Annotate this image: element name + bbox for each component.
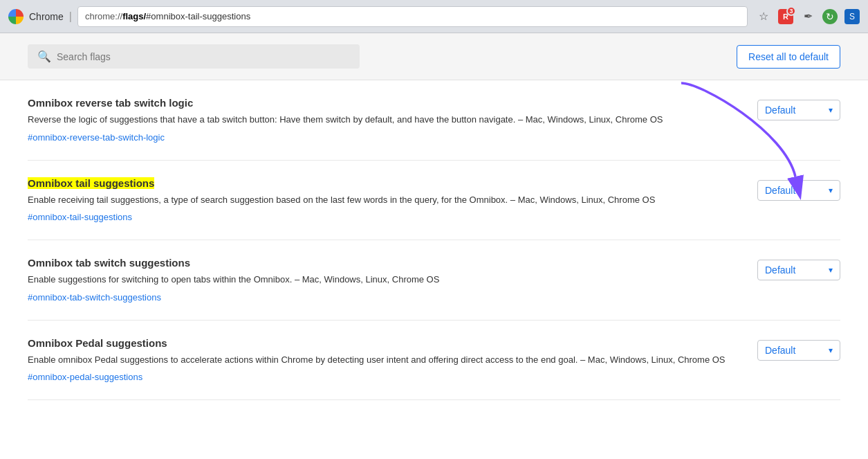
url-hash: #omnibox-tail-suggestions xyxy=(146,11,250,21)
flag-info: Omnibox tail suggestions Enable receivin… xyxy=(28,177,744,224)
address-bar[interactable]: chrome://flags/#omnibox-tail-suggestions xyxy=(77,6,748,27)
dropdown-value: Default xyxy=(765,345,795,356)
page-content: 🔍 Reset all to default Omnibox reverse t… xyxy=(0,33,868,459)
dropdown-value: Default xyxy=(765,105,795,116)
bookmark-icon[interactable]: ☆ xyxy=(756,9,771,24)
flag-title: Omnibox reverse tab switch logic xyxy=(28,97,744,109)
flag-control: Default ▾ xyxy=(757,100,840,120)
chevron-down-icon: ▾ xyxy=(829,345,833,355)
flag-info: Omnibox Pedal suggestions Enable omnibox… xyxy=(28,337,744,384)
reset-all-button[interactable]: Reset all to default xyxy=(737,45,840,69)
dropdown-value: Default xyxy=(765,185,795,196)
flag-dropdown[interactable]: Default ▾ xyxy=(757,260,840,280)
chevron-down-icon: ▾ xyxy=(829,105,833,115)
flag-info: Omnibox reverse tab switch logic Reverse… xyxy=(28,97,744,143)
search-input[interactable] xyxy=(57,51,350,62)
flag-link[interactable]: #omnibox-pedal-suggestions xyxy=(28,372,142,382)
browser-toolbar: Chrome | chrome://flags/#omnibox-tail-su… xyxy=(0,0,868,33)
flag-title: Omnibox tab switch suggestions xyxy=(28,257,744,269)
flag-title: Omnibox tail suggestions xyxy=(28,177,744,189)
extension-green-icon[interactable]: ↻ xyxy=(822,9,838,24)
flag-link[interactable]: #omnibox-reverse-tab-switch-logic xyxy=(28,132,165,143)
flag-item-tab-switch-suggestions: Omnibox tab switch suggestions Enable su… xyxy=(28,240,840,321)
chevron-down-icon: ▾ xyxy=(829,265,833,275)
chevron-down-icon: ▾ xyxy=(829,186,833,195)
highlighted-title: Omnibox tail suggestions xyxy=(28,177,154,189)
url-protocol: chrome:// xyxy=(85,11,122,21)
eyedropper-icon[interactable]: ✒ xyxy=(800,9,815,24)
search-icon: 🔍 xyxy=(37,50,51,63)
flag-desc: Reverse the logic of suggestions that ha… xyxy=(28,113,744,127)
flag-dropdown[interactable]: Default ▾ xyxy=(757,340,840,361)
flag-link[interactable]: #omnibox-tail-suggestions xyxy=(28,212,132,222)
extension-badge: 3 xyxy=(786,6,796,16)
chrome-label: Chrome xyxy=(29,11,64,22)
extension-blue-icon[interactable]: S xyxy=(844,9,860,24)
flags-list: Omnibox reverse tab switch logic Reverse… xyxy=(0,80,868,400)
flag-control: Default ▾ xyxy=(757,260,840,280)
search-area: 🔍 Reset all to default xyxy=(0,33,868,80)
flag-item-tail-suggestions: Omnibox tail suggestions Enable receivin… xyxy=(28,161,840,241)
flag-dropdown[interactable]: Default ▾ xyxy=(757,100,840,120)
flag-dropdown[interactable]: Default ▾ xyxy=(757,180,840,201)
chrome-logo-icon xyxy=(8,9,24,24)
extension-red-icon[interactable]: R 3 xyxy=(778,9,793,24)
flag-desc: Enable receiving tail suggestions, a typ… xyxy=(28,193,744,207)
flag-desc: Enable suggestions for switching to open… xyxy=(28,273,744,287)
flag-link[interactable]: #omnibox-tab-switch-suggestions xyxy=(28,292,161,303)
flag-control: Default ▾ xyxy=(757,180,840,201)
flag-desc: Enable omnibox Pedal suggestions to acce… xyxy=(28,353,744,367)
search-box[interactable]: 🔍 xyxy=(28,44,360,69)
flag-control: Default ▾ xyxy=(757,340,840,361)
dropdown-value: Default xyxy=(765,264,795,276)
flag-info: Omnibox tab switch suggestions Enable su… xyxy=(28,257,744,303)
url-path: flags/ xyxy=(122,11,146,21)
flag-item-reverse-tab-switch: Omnibox reverse tab switch logic Reverse… xyxy=(28,80,840,161)
toolbar-icons: ☆ R 3 ✒ ↻ S xyxy=(756,9,860,24)
flag-title: Omnibox Pedal suggestions xyxy=(28,337,744,349)
flag-item-pedal-suggestions: Omnibox Pedal suggestions Enable omnibox… xyxy=(28,321,840,401)
separator: | xyxy=(69,10,72,23)
